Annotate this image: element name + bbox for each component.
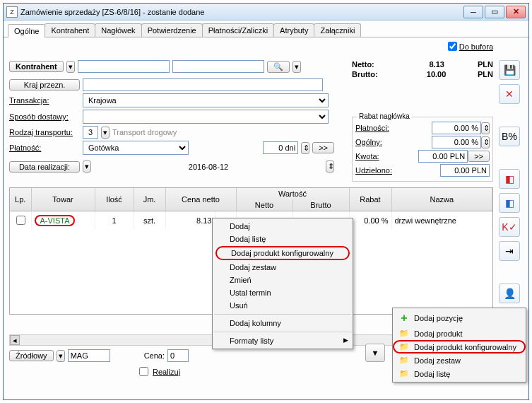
- brutto-label: Brutto:: [352, 70, 378, 78]
- col-ilosc[interactable]: Ilość: [95, 188, 134, 211]
- sub-dodaj-liste[interactable]: 📁 Dodaj listę: [393, 367, 526, 380]
- data-realizacji-dd[interactable]: ▾: [83, 160, 91, 173]
- rabat-ogolny-input[interactable]: [432, 136, 481, 148]
- folder-icon: 📁: [398, 356, 410, 365]
- brutto-value: 10.00: [403, 70, 446, 78]
- netto-label: Netto:: [352, 60, 374, 69]
- titlebar[interactable]: Z Zamówienie sprzedaży [ZS-6/8/16] - zos…: [4, 4, 528, 21]
- kontrahent-search-dd[interactable]: ▾: [292, 61, 301, 73]
- dni-spin[interactable]: ⇕: [301, 142, 309, 154]
- ctx-usun[interactable]: Usuń: [213, 299, 353, 312]
- zrodlowy-button[interactable]: Źródłowy: [9, 350, 54, 361]
- rodzaj-dd[interactable]: ▾: [101, 127, 110, 139]
- sposob-label: Sposób dostawy:: [9, 112, 80, 121]
- row-checkbox[interactable]: [16, 216, 25, 225]
- tab-strip: Ogólne Kontrahent Nagłówek Potwierdzenie…: [4, 21, 528, 37]
- sub-dodaj-produkt-konfig[interactable]: 📁 Dodaj produkt konfigurowalny: [393, 340, 526, 354]
- sposob-select[interactable]: [83, 110, 329, 124]
- folder-icon: 📁: [398, 369, 410, 378]
- rabat-ogolny-spin[interactable]: ⇕: [481, 136, 490, 148]
- kontrahent-name-input[interactable]: [172, 60, 264, 73]
- kontrahent-dd[interactable]: ▾: [66, 61, 75, 73]
- row-rabat: 0.00 %: [349, 211, 391, 229]
- assign-icon[interactable]: ⇥: [499, 241, 520, 261]
- realizuj-checkbox[interactable]: [139, 367, 148, 376]
- realizuj-label: Realizuj: [153, 368, 180, 376]
- transakcja-select[interactable]: Krajowa: [83, 93, 329, 107]
- rabat-kwota-input[interactable]: [418, 150, 468, 163]
- zrodlowy-dd[interactable]: ▾: [57, 350, 65, 362]
- user-icon[interactable]: 👤: [499, 284, 520, 303]
- col-netto[interactable]: Netto: [236, 199, 292, 211]
- kraj-button[interactable]: Kraj przezn.: [9, 79, 80, 90]
- minimize-button[interactable]: ─: [463, 6, 483, 18]
- close-button[interactable]: ✕: [506, 6, 526, 18]
- cena-input[interactable]: [167, 349, 189, 362]
- mag-input[interactable]: [68, 349, 110, 362]
- col-rabat[interactable]: Rabat: [349, 188, 391, 211]
- folder-icon: 📁: [398, 329, 410, 338]
- plus-icon: +: [398, 312, 410, 325]
- save-icon[interactable]: 💾: [499, 60, 520, 80]
- dni-next-button[interactable]: >>: [312, 142, 334, 153]
- maximize-button[interactable]: ▭: [485, 6, 504, 18]
- ctx-dodaj-produkt-konfig[interactable]: Dodaj produkt konfigurowalny: [215, 246, 350, 260]
- dni-input[interactable]: [263, 141, 298, 154]
- sub-dodaj-zestaw[interactable]: 📁 Dodaj zestaw: [393, 354, 526, 367]
- ctx-ustal-termin[interactable]: Ustal termin: [213, 286, 353, 299]
- rabat-platnosci-spin[interactable]: ⇕: [481, 122, 490, 134]
- rabat-platnosci-input[interactable]: [432, 122, 481, 134]
- data-realizacji-button[interactable]: Data realizacji:: [9, 161, 80, 173]
- row-jm: szt.: [134, 211, 165, 229]
- rabat-legend: Rabat nagłówka: [357, 112, 412, 120]
- col-towar[interactable]: Towar: [31, 188, 95, 211]
- sub-dodaj-pozycje[interactable]: + Dodaj pozycję: [393, 310, 526, 327]
- tab-platnosci[interactable]: Płatności/Zaliczki: [202, 23, 274, 37]
- tab-ogolne[interactable]: Ogólne: [8, 24, 45, 37]
- rabat-kwota-next[interactable]: >>: [468, 151, 490, 162]
- add-submenu[interactable]: + Dodaj pozycję 📁 Dodaj produkt 📁 Dodaj …: [392, 308, 526, 382]
- ctx-dodaj-zestaw[interactable]: Dodaj zestaw: [213, 261, 353, 274]
- percent-icon[interactable]: B%: [499, 127, 520, 146]
- col-nazwa[interactable]: Nazwa: [391, 188, 492, 211]
- ctx-formaty-listy[interactable]: Formaty listy: [213, 334, 353, 347]
- rec-red-icon[interactable]: ◧: [499, 169, 520, 189]
- kv-icon[interactable]: K✓: [499, 217, 520, 237]
- kontrahent-search-button[interactable]: 🔍: [267, 61, 290, 73]
- col-brutto[interactable]: Brutto: [292, 199, 349, 211]
- rabat-group: Rabat nagłówka Płatności: ⇕ Ogólny: ⇕ Kw…: [352, 117, 493, 182]
- rec-blue-icon[interactable]: ◧: [499, 193, 520, 213]
- col-jm[interactable]: Jm.: [134, 188, 165, 211]
- rodzaj-label: Rodzaj transportu:: [9, 128, 80, 136]
- data-realizacji-spin[interactable]: ⇕: [326, 160, 334, 173]
- ctx-dodaj-kolumny[interactable]: Dodaj kolumny: [213, 317, 353, 329]
- row-ilosc: 1: [95, 211, 134, 229]
- tab-zalaczniki[interactable]: Załączniki: [314, 23, 361, 37]
- context-menu[interactable]: Dodaj Dodaj listę Dodaj produkt konfigur…: [212, 218, 353, 349]
- rodzaj-input[interactable]: [83, 126, 98, 139]
- kontrahent-button[interactable]: Kontrahent: [9, 61, 64, 72]
- row-cena: 8.13: [165, 211, 215, 229]
- kraj-input[interactable]: [83, 78, 323, 91]
- filter-icon[interactable]: ▼: [365, 344, 385, 362]
- ctx-zmien[interactable]: Zmień: [213, 274, 353, 286]
- tab-naglowek[interactable]: Nagłówek: [95, 23, 141, 37]
- col-wartosc[interactable]: Wartość: [236, 188, 349, 199]
- col-lp[interactable]: Lp.: [10, 188, 31, 211]
- sub-dodaj-produkt[interactable]: 📁 Dodaj produkt: [393, 327, 526, 340]
- tab-kontrahent[interactable]: Kontrahent: [45, 23, 95, 37]
- col-cena[interactable]: Cena netto: [165, 188, 236, 211]
- kontrahent-code-input[interactable]: [78, 60, 170, 73]
- tab-atrybuty[interactable]: Atrybuty: [273, 23, 314, 37]
- rabat-udzielono-label: Udzielono:: [355, 166, 392, 175]
- ctx-dodaj-liste[interactable]: Dodaj listę: [213, 233, 353, 245]
- data-realizacji-value: 2016-08-12: [94, 163, 323, 171]
- app-icon: Z: [6, 6, 18, 18]
- ctx-dodaj[interactable]: Dodaj: [213, 220, 353, 233]
- rodzaj-text: Transport drogowy: [112, 128, 177, 136]
- brutto-currency: PLN: [472, 70, 493, 78]
- cancel-icon[interactable]: ✕: [499, 84, 520, 104]
- do-bufora-checkbox[interactable]: [448, 42, 457, 51]
- tab-potwierdzenie[interactable]: Potwierdzenie: [141, 23, 203, 37]
- platnosc-select[interactable]: Gotówka: [83, 141, 189, 155]
